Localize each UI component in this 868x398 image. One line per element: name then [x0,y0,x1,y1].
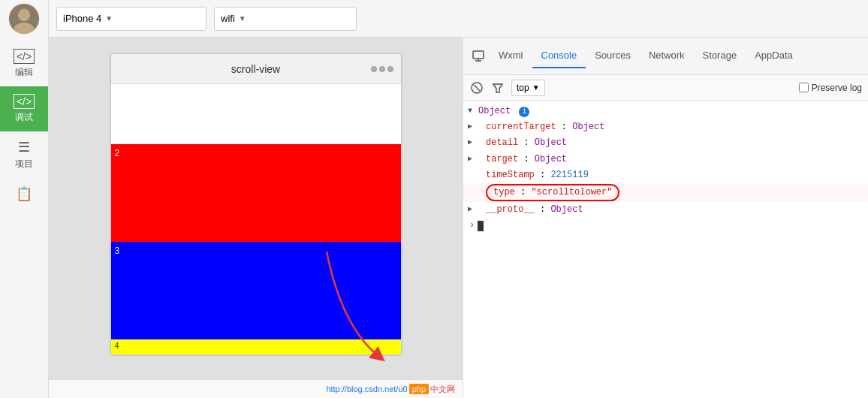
link-text: http://blog.csdn.net/u0 [326,384,407,393]
sidebar-item-project[interactable]: ☰ 项目 [0,131,48,178]
type-value: "scrolltolower" [531,187,612,197]
info-icon: i [519,107,529,117]
inspect-icon[interactable] [467,45,490,68]
phone-frame: scroll-view 2 3 [110,53,402,356]
object-label: Object [478,106,511,116]
console-toolbar: top ▼ Preserve log [463,75,868,101]
console-line-currenttarget: ▶ currentTarget : Object [463,119,868,135]
phone-content: 2 3 4 [111,84,401,354]
console-content[interactable]: ▼ Object i ▶ currentTarget : Object ▶ de… [463,101,868,398]
network-dropdown-arrow: ▼ [239,14,246,23]
tab-storage[interactable]: Storage [694,44,746,68]
avatar[interactable] [9,4,39,34]
console-line-target: ▶ target : Object [463,152,868,167]
tab-storage-label: Storage [703,50,737,61]
colon-3: : [523,154,534,164]
yellow-label: 4 [115,341,119,350]
device-dropdown-arrow: ▼ [105,14,113,23]
device-selector[interactable]: iPhone 4 ▼ [56,7,206,31]
target-value: Object [535,154,567,164]
context-selector[interactable]: top ▼ [511,80,545,96]
code-icon: </> [14,49,35,64]
svg-marker-8 [493,84,502,92]
phone-titlebar: scroll-view [111,54,401,84]
content-wrapper: scroll-view 2 3 [49,38,868,398]
phone-container: scroll-view 2 3 [49,38,463,379]
bottom-link: http://blog.csdn.net/u0 php 中文网 [49,379,463,398]
expand-currenttarget-arrow[interactable]: ▶ [468,121,472,133]
timestamp-key: timeStamp [486,170,535,180]
svg-point-1 [18,9,30,21]
topbar: iPhone 4 ▼ wifi ▼ [49,0,868,38]
expand-object-arrow[interactable]: ▼ [468,105,472,117]
red-block-label: 2 [115,148,120,158]
sidebar-edit-label: 编辑 [15,66,33,79]
colon-2: : [523,137,534,148]
dot-1 [371,66,377,72]
php-badge: php [409,384,429,394]
colon-1: : [562,122,572,132]
svg-rect-3 [473,51,484,59]
sidebar-item-debug[interactable]: </> 调试 [0,86,48,131]
console-line-object: ▼ Object i [463,104,868,119]
blue-block: 3 [111,242,401,339]
dot-2 [379,66,385,72]
input-cursor [478,221,484,231]
detail-value: Object [535,137,567,148]
sidebar-item-edit[interactable]: </> 编辑 [0,41,48,86]
expand-proto-arrow[interactable]: ▶ [468,204,472,216]
network-selector[interactable]: wifi ▼ [214,7,357,31]
tab-network[interactable]: Network [640,44,694,68]
console-line-detail: ▶ detail : Object [463,135,868,151]
tab-appdata[interactable]: AppData [746,44,802,68]
currenttarget-value: Object [572,122,604,132]
preserve-log-checkbox[interactable] [799,83,809,92]
detail-key: detail [486,137,518,148]
yellow-strip: 4 [111,339,401,354]
files-icon: 📋 [16,185,32,202]
tab-appdata-label: AppData [755,50,793,61]
blue-block-label: 3 [115,246,120,256]
colon-4: : [540,170,550,180]
left-area: scroll-view 2 3 [49,38,463,398]
expand-detail-arrow[interactable]: ▶ [468,137,472,149]
project-icon: ☰ [18,139,30,155]
main-content: iPhone 4 ▼ wifi ▼ scroll-view [49,0,868,398]
console-line-timestamp: timeStamp : 2215119 [463,167,868,183]
prompt-arrow: › [469,219,475,233]
expand-target-arrow[interactable]: ▶ [468,153,472,165]
clear-console-button[interactable] [469,80,484,95]
tab-sources[interactable]: Sources [586,44,640,68]
context-value: top [517,83,529,93]
tab-console-label: Console [541,50,577,61]
dot-3 [387,66,393,72]
phone-title: scroll-view [231,63,280,75]
console-line-type: type : "scrolltolower" [463,183,868,202]
red-block: 2 [111,144,401,242]
sidebar-debug-label: 调试 [15,111,33,124]
tab-sources-label: Sources [595,50,631,61]
phone-dots [371,66,393,72]
tab-console[interactable]: Console [532,44,586,68]
colon-5: : [520,187,531,197]
white-area [111,84,401,144]
svg-line-7 [474,85,480,91]
colon-6: : [540,204,550,215]
target-key: target [486,154,518,164]
proto-value: Object [550,204,583,215]
console-input-line[interactable]: › [463,218,868,234]
debug-icon: </> [14,94,35,109]
timestamp-value: 2215119 [550,170,588,180]
sidebar-item-files[interactable]: 📋 [0,178,48,212]
devtools-tabs: Wxml Console Sources Network Storage App… [463,38,868,75]
currenttarget-key: currentTarget [486,122,556,132]
context-arrow: ▼ [532,83,540,92]
right-panel: Wxml Console Sources Network Storage App… [463,38,868,398]
filter-button[interactable] [490,80,505,95]
console-line-proto: ▶ __proto__ : Object [463,202,868,218]
tab-network-label: Network [649,50,685,61]
proto-key: __proto__ [486,204,535,215]
tab-wxml[interactable]: Wxml [490,44,532,68]
cn-text: 中文网 [430,384,455,395]
network-value: wifi [221,13,235,24]
